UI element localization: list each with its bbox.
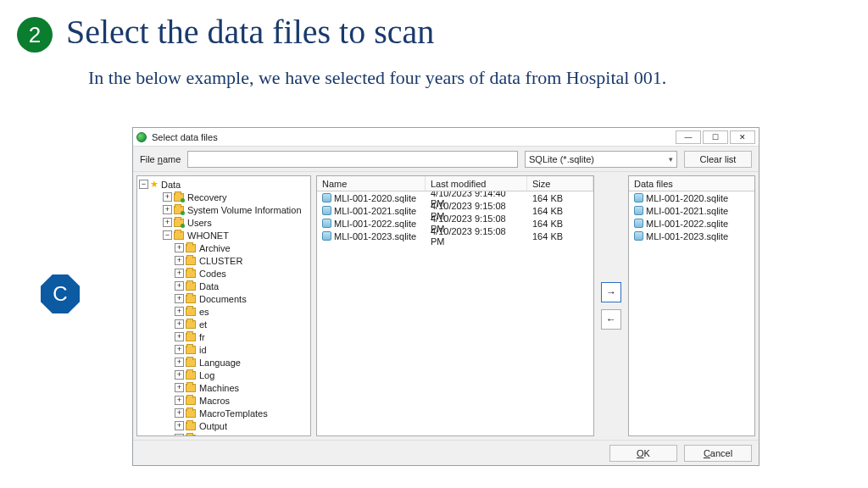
cancel-button[interactable]: Cancel — [684, 445, 752, 462]
folder-icon — [174, 206, 184, 214]
folder-icon — [186, 244, 196, 252]
folder-icon — [186, 384, 196, 392]
selected-file-row[interactable]: MLI-001-2022.sqlite — [629, 217, 754, 230]
folder-icon — [174, 219, 184, 227]
file-list-panel[interactable]: Name Last modified Size MLI-001-2020.sql… — [316, 175, 594, 436]
app-icon — [136, 132, 147, 142]
selected-file-row[interactable]: MLI-001-2023.sqlite — [629, 230, 754, 242]
folder-icon — [186, 269, 196, 278]
folder-icon — [186, 396, 196, 405]
step-number-badge: 2 — [17, 17, 53, 53]
tree-folder[interactable]: +Archive — [139, 241, 309, 254]
tree-folder[interactable]: +fr — [139, 330, 309, 343]
selected-files-panel[interactable]: Data files MLI-001-2020.sqliteMLI-001-20… — [628, 175, 755, 436]
folder-icon — [186, 295, 196, 303]
folder-icon — [186, 422, 196, 430]
file-name-input[interactable] — [187, 151, 518, 168]
database-file-icon — [634, 193, 643, 202]
folder-icon — [174, 231, 184, 240]
folder-icon — [186, 308, 196, 316]
tree-folder[interactable]: +Output — [139, 419, 309, 432]
tree-folder[interactable]: +et — [139, 318, 309, 330]
remove-file-button[interactable]: ← — [601, 309, 621, 330]
file-row[interactable]: MLI-001-2023.sqlite4/10/2023 9:15:08 PM1… — [317, 230, 593, 242]
tree-root[interactable]: − ★ Data — [139, 178, 309, 191]
folder-icon — [186, 257, 196, 265]
database-file-icon — [322, 206, 331, 215]
database-file-icon — [322, 231, 331, 241]
select-data-files-dialog: Select data files File name SQLite (*.sq… — [132, 127, 760, 466]
tree-folder[interactable]: +es — [139, 305, 309, 318]
window-close-button[interactable] — [730, 130, 755, 144]
tree-folder[interactable]: +Documents — [139, 292, 309, 305]
database-file-icon — [634, 231, 643, 241]
tree-folder[interactable]: −WHONET — [139, 229, 309, 241]
file-name-label: File name — [140, 154, 181, 164]
folder-icon — [186, 409, 196, 418]
tree-folder[interactable]: +System Volume Information — [139, 203, 309, 216]
database-file-icon — [634, 206, 643, 215]
window-maximize-button[interactable] — [703, 130, 728, 144]
tree-folder[interactable]: +Log — [139, 369, 309, 381]
folder-icon — [174, 193, 184, 202]
dialog-toolbar: File name SQLite (*.sqlite) ▾ Clear list — [133, 147, 759, 172]
folder-icon — [186, 435, 196, 437]
folder-icon — [186, 358, 196, 367]
folder-icon — [186, 320, 196, 329]
database-file-icon — [322, 219, 331, 228]
database-file-icon — [322, 193, 331, 202]
tree-folder[interactable]: +Language — [139, 356, 309, 369]
window-minimize-button[interactable] — [676, 130, 701, 144]
folder-icon — [186, 333, 196, 341]
col-header-size[interactable]: Size — [527, 176, 593, 191]
folder-icon — [186, 346, 196, 354]
callout-badge-c: C — [41, 274, 80, 313]
clear-list-button[interactable]: Clear list — [684, 151, 752, 168]
file-type-dropdown[interactable]: SQLite (*.sqlite) ▾ — [525, 151, 677, 168]
folder-icon — [186, 371, 196, 380]
folder-tree-panel[interactable]: − ★ Data +Recovery+System Volume Informa… — [136, 175, 311, 436]
col-header-name[interactable]: Name — [317, 176, 426, 191]
col-header-modified[interactable]: Last modified — [426, 176, 527, 191]
dialog-titlebar: Select data files — [133, 128, 759, 147]
add-file-button[interactable]: → — [601, 282, 621, 302]
file-type-value: SQLite (*.sqlite) — [529, 154, 594, 164]
tree-folder[interactable]: +MacroTemplates — [139, 407, 309, 419]
tree-folder[interactable]: +pt-BR — [139, 432, 309, 436]
selected-file-row[interactable]: MLI-001-2020.sqlite — [629, 191, 754, 204]
slide-subtitle: In the below example, we have selected f… — [88, 66, 834, 91]
tree-folder[interactable]: +Codes — [139, 267, 309, 280]
tree-folder[interactable]: +id — [139, 343, 309, 356]
tree-folder[interactable]: +CLUSTER — [139, 254, 309, 267]
tree-folder[interactable]: +Users — [139, 216, 309, 229]
tree-folder[interactable]: +Machines — [139, 381, 309, 394]
tree-folder[interactable]: +Macros — [139, 394, 309, 407]
folder-icon — [186, 282, 196, 291]
dialog-title: Select data files — [152, 132, 670, 142]
slide-title: Select the data files to scan — [66, 12, 434, 52]
tree-folder[interactable]: +Recovery — [139, 191, 309, 203]
selected-files-header: Data files — [629, 176, 754, 191]
database-file-icon — [634, 219, 643, 228]
ok-button[interactable]: OK — [609, 445, 677, 462]
star-icon: ★ — [150, 179, 159, 190]
tree-folder[interactable]: +Data — [139, 280, 309, 292]
chevron-down-icon: ▾ — [669, 155, 673, 164]
selected-file-row[interactable]: MLI-001-2021.sqlite — [629, 204, 754, 217]
